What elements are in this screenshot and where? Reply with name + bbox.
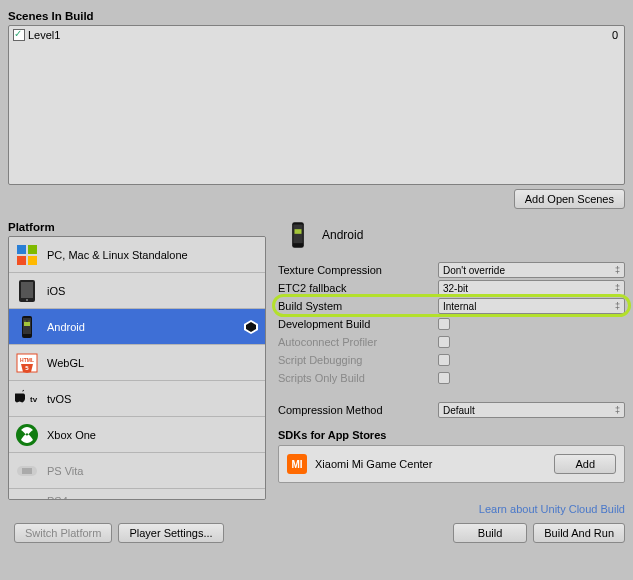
platform-item-psvita[interactable]: PS Vita <box>9 453 265 489</box>
script-debugging-checkbox <box>438 354 450 366</box>
scripts-only-build-row: Scripts Only Build <box>278 369 625 387</box>
platform-label: PC, Mac & Linux Standalone <box>47 249 188 261</box>
build-and-run-button[interactable]: Build And Run <box>533 523 625 543</box>
platform-item-standalone[interactable]: PC, Mac & Linux Standalone <box>9 237 265 273</box>
platform-label: tvOS <box>47 393 71 405</box>
svg-text:PS4: PS4 <box>17 497 34 500</box>
platform-item-xboxone[interactable]: Xbox One <box>9 417 265 453</box>
platform-label: WebGL <box>47 357 84 369</box>
svg-point-6 <box>26 299 28 301</box>
texture-compression-row: Texture Compression Don't override <box>278 261 625 279</box>
svg-text:tv: tv <box>30 395 38 404</box>
platform-item-ios[interactable]: iOS <box>9 273 265 309</box>
sdks-title: SDKs for App Stores <box>278 429 625 441</box>
texture-compression-dropdown[interactable]: Don't override <box>438 262 625 278</box>
svg-text:MI: MI <box>291 459 302 470</box>
standalone-icon <box>15 243 39 267</box>
scenes-title: Scenes In Build <box>8 10 625 22</box>
svg-rect-1 <box>28 245 37 254</box>
svg-text:HTML: HTML <box>20 357 34 363</box>
svg-point-9 <box>25 320 26 321</box>
script-debugging-row: Script Debugging <box>278 351 625 369</box>
platform-label: PS Vita <box>47 465 84 477</box>
scene-row[interactable]: Level1 0 <box>13 28 620 42</box>
platform-item-ps4[interactable]: PS4 PS4 <box>9 489 265 500</box>
platform-item-android[interactable]: Android <box>9 309 265 345</box>
scenes-list[interactable]: Level1 0 <box>8 25 625 185</box>
platform-label: Xbox One <box>47 429 96 441</box>
unity-icon <box>243 319 259 335</box>
development-build-checkbox[interactable] <box>438 318 450 330</box>
platform-label: PS4 <box>47 495 68 500</box>
platform-header-title: Android <box>322 228 363 242</box>
svg-rect-19 <box>22 468 32 474</box>
svg-rect-22 <box>293 225 302 244</box>
build-settings-panel: Scenes In Build Level1 0 Add Open Scenes… <box>0 0 633 549</box>
svg-rect-3 <box>28 256 37 265</box>
ios-icon <box>15 279 39 303</box>
compression-method-row: Compression Method Default <box>278 401 625 419</box>
autoconnect-profiler-checkbox <box>438 336 450 348</box>
platform-list[interactable]: PC, Mac & Linux Standalone iOS Android <box>8 236 266 500</box>
autoconnect-profiler-row: Autoconnect Profiler <box>278 333 625 351</box>
sdk-xiaomi-row: MI Xiaomi Mi Game Center Add <box>278 445 625 483</box>
ps4-icon: PS4 <box>15 492 39 500</box>
sdk-add-button[interactable]: Add <box>554 454 616 474</box>
etc2-fallback-dropdown[interactable]: 32-bit <box>438 280 625 296</box>
svg-rect-0 <box>17 245 26 254</box>
platform-label: Android <box>47 321 85 333</box>
scene-index: 0 <box>612 29 618 41</box>
add-open-scenes-button[interactable]: Add Open Scenes <box>514 189 625 209</box>
psvita-icon <box>15 459 39 483</box>
development-build-row: Development Build <box>278 315 625 333</box>
android-icon <box>284 221 312 249</box>
etc2-fallback-row: ETC2 fallback 32-bit <box>278 279 625 297</box>
xbox-icon <box>15 423 39 447</box>
player-settings-button[interactable]: Player Settings... <box>118 523 223 543</box>
scene-name: Level1 <box>28 29 60 41</box>
scripts-only-build-checkbox <box>438 372 450 384</box>
build-system-dropdown[interactable]: Internal <box>438 298 625 314</box>
android-icon <box>15 315 39 339</box>
svg-rect-5 <box>21 282 33 298</box>
platform-header: Android <box>284 221 625 249</box>
tvos-icon: tv <box>15 387 39 411</box>
svg-point-10 <box>29 320 30 321</box>
build-system-row: Build System Internal <box>278 297 625 315</box>
compression-method-dropdown[interactable]: Default <box>438 402 625 418</box>
scene-checkbox[interactable] <box>13 29 25 41</box>
svg-rect-2 <box>17 256 26 265</box>
platform-label: iOS <box>47 285 65 297</box>
platform-item-webgl[interactable]: HTML5 WebGL <box>9 345 265 381</box>
webgl-icon: HTML5 <box>15 351 39 375</box>
platform-item-tvos[interactable]: tv tvOS <box>9 381 265 417</box>
build-button[interactable]: Build <box>453 523 527 543</box>
sdk-xiaomi-label: Xiaomi Mi Game Center <box>315 458 432 470</box>
cloud-build-link[interactable]: Learn about Unity Cloud Build <box>278 503 625 515</box>
switch-platform-button: Switch Platform <box>14 523 112 543</box>
xiaomi-icon: MI <box>287 454 307 474</box>
platform-title: Platform <box>8 221 266 233</box>
bottom-bar: Switch Platform Player Settings... Build… <box>8 523 625 543</box>
